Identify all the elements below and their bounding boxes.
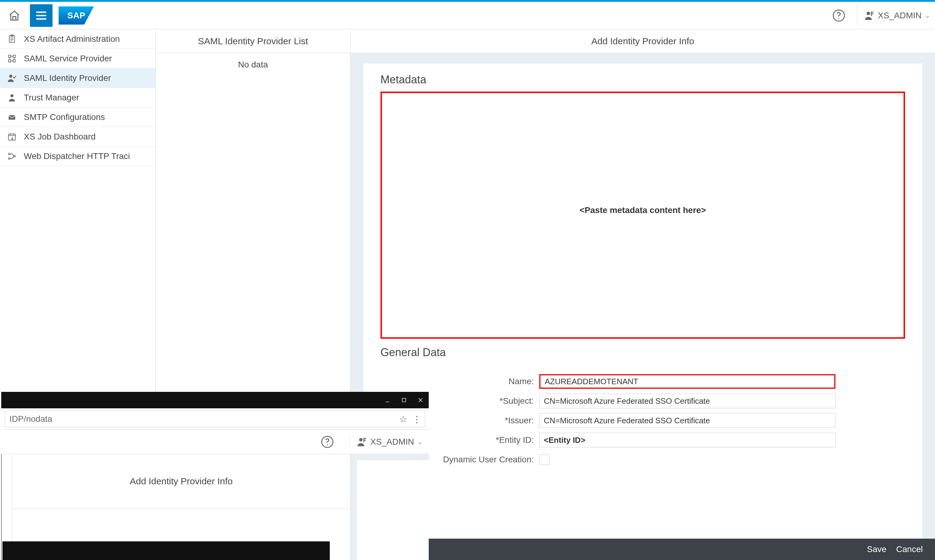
cancel-button[interactable]: Cancel xyxy=(896,545,923,554)
svg-rect-24 xyxy=(9,115,15,120)
svg-point-30 xyxy=(9,158,10,159)
svg-rect-41 xyxy=(364,440,366,440)
section-metadata-heading: Metadata xyxy=(380,66,905,92)
svg-rect-40 xyxy=(364,438,366,439)
sidebar-item-saml-service-provider[interactable]: SAML Service Provider xyxy=(0,49,156,68)
hamburger-icon xyxy=(34,9,48,22)
section-general-heading: General Data xyxy=(380,339,905,365)
person-check-icon xyxy=(7,73,17,83)
svg-rect-15 xyxy=(13,55,15,57)
name-input[interactable] xyxy=(539,374,835,389)
bookmark-star-icon[interactable]: ☆ xyxy=(399,414,407,424)
subject-input[interactable] xyxy=(539,394,835,408)
overlay-help-button[interactable] xyxy=(320,435,334,449)
sidebar-item-label: SAML Service Provider xyxy=(24,54,112,63)
sidebar-item-web-dispatcher-http-tracing[interactable]: Web Dispatcher HTTP Traci xyxy=(0,146,156,166)
home-icon xyxy=(8,9,20,22)
maximize-icon xyxy=(401,397,407,403)
idp-list-title: SAML Identity Provider List xyxy=(156,29,350,53)
minimize-icon xyxy=(384,397,391,403)
overlay-user-menu[interactable]: XS_ADMIN ⌄ xyxy=(349,437,423,447)
sidebar-item-smtp-configurations[interactable]: SMTP Configurations xyxy=(0,108,156,127)
overlay-url-bar: ☆ ⋮ xyxy=(1,408,429,430)
calendar-icon xyxy=(7,132,17,142)
window-minimize-button[interactable] xyxy=(379,392,396,408)
user-icon xyxy=(864,10,875,21)
overlay-right-pad xyxy=(351,454,429,560)
sidebar-item-label: XS Artifact Administration xyxy=(24,34,120,44)
sidebar-item-label: XS Job Dashboard xyxy=(24,132,96,142)
menu-toggle-button[interactable] xyxy=(30,4,52,27)
help-button[interactable] xyxy=(829,6,848,25)
metadata-placeholder: <Paste metadata content here> xyxy=(579,205,706,215)
overlay-titlebar xyxy=(1,392,429,408)
issuer-input[interactable] xyxy=(539,413,835,428)
footer-bar: Save Cancel xyxy=(351,538,935,560)
help-icon xyxy=(832,9,846,22)
save-button[interactable]: Save xyxy=(867,545,886,554)
svg-point-4 xyxy=(838,18,839,19)
overlay-window: ☆ ⋮ XS_ADMIN ⌄ Add Identity Provider Inf… xyxy=(1,392,429,560)
svg-point-29 xyxy=(9,153,10,155)
svg-rect-16 xyxy=(9,60,11,62)
sap-logo-text: SAP xyxy=(67,11,85,20)
chevron-down-icon: ⌄ xyxy=(924,12,930,20)
svg-rect-14 xyxy=(9,55,11,57)
app-header: SAP XS_ADMIN ⌄ xyxy=(0,2,935,29)
sidebar-item-label: Trust Manager xyxy=(24,93,79,103)
sidebar-item-label: Web Dispatcher HTTP Traci xyxy=(24,151,130,161)
sidebar-item-trust-manager[interactable]: Trust Manager xyxy=(0,88,156,108)
close-icon xyxy=(417,397,424,403)
main-panel: Add Identity Provider Info Metadata <Pas… xyxy=(351,29,935,560)
chevron-down-icon: ⌄ xyxy=(417,438,423,446)
nodes-icon xyxy=(7,151,17,162)
overlay-app-header: XS_ADMIN ⌄ xyxy=(1,430,429,454)
general-data-form: Name: *Subject: *Issuer: *Entity ID: xyxy=(380,372,905,469)
sidebar-item-saml-identity-provider[interactable]: SAML Identity Provider xyxy=(0,68,156,88)
overlay-bottom-bar xyxy=(2,542,330,560)
svg-point-22 xyxy=(9,74,12,77)
svg-point-37 xyxy=(327,444,328,445)
person-icon xyxy=(7,92,17,103)
svg-point-38 xyxy=(359,438,362,441)
browser-more-icon[interactable]: ⋮ xyxy=(412,414,421,424)
sidebar-item-label: SAML Identity Provider xyxy=(24,73,111,83)
entity-id-input[interactable] xyxy=(539,433,835,448)
dynamic-user-checkbox[interactable] xyxy=(539,454,550,465)
user-icon xyxy=(357,437,367,447)
svg-rect-33 xyxy=(402,398,406,402)
svg-point-5 xyxy=(867,12,870,15)
idp-list-empty-text: No data xyxy=(238,60,268,69)
mail-icon xyxy=(7,112,17,122)
overlay-user-label: XS_ADMIN xyxy=(370,437,414,447)
grid-icon xyxy=(7,54,17,64)
user-menu[interactable]: XS_ADMIN ⌄ xyxy=(857,6,930,25)
clipboard-icon xyxy=(7,34,17,44)
svg-rect-7 xyxy=(871,12,873,12)
window-maximize-button[interactable] xyxy=(396,392,412,408)
user-label: XS_ADMIN xyxy=(878,11,921,20)
window-close-button[interactable] xyxy=(412,392,429,408)
home-button[interactable] xyxy=(5,6,24,25)
svg-rect-8 xyxy=(871,13,873,14)
main-title: Add Identity Provider Info xyxy=(351,29,935,53)
svg-rect-17 xyxy=(13,60,15,62)
sidebar-item-xs-artifact-admin[interactable]: XS Artifact Administration xyxy=(0,29,156,49)
sidebar-item-label: SMTP Configurations xyxy=(24,112,105,122)
svg-point-23 xyxy=(11,94,14,97)
metadata-textarea[interactable]: <Paste metadata content here> xyxy=(380,92,905,339)
name-label: Name: xyxy=(380,377,539,386)
overlay-main-title: Add Identity Provider Info xyxy=(12,454,351,509)
sidebar-item-xs-job-dashboard[interactable]: XS Job Dashboard xyxy=(0,127,156,146)
overlay-url-input[interactable] xyxy=(5,411,425,427)
sap-logo: SAP xyxy=(59,6,94,25)
help-icon xyxy=(320,435,334,449)
